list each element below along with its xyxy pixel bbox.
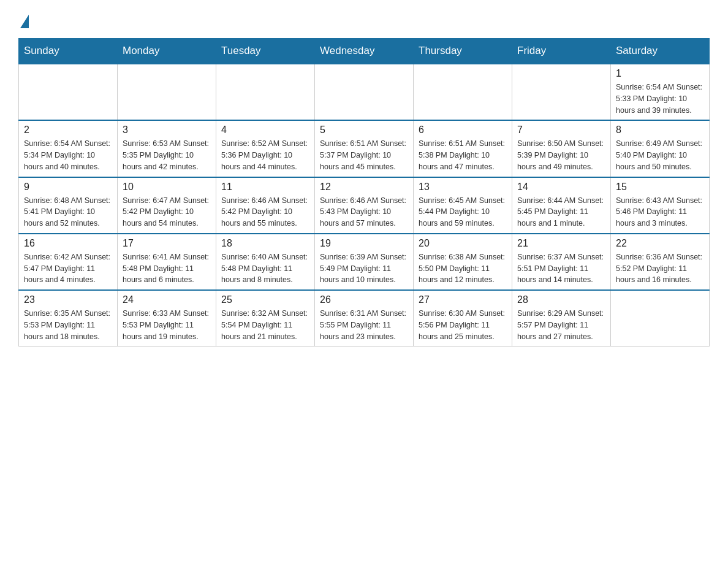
day-number: 21: [517, 238, 605, 249]
day-number: 7: [517, 124, 605, 136]
day-info: Sunrise: 6:43 AM Sunset: 5:46 PM Dayligh…: [616, 195, 704, 229]
day-cell: 13Sunrise: 6:45 AM Sunset: 5:44 PM Dayli…: [414, 177, 512, 234]
day-info: Sunrise: 6:29 AM Sunset: 5:57 PM Dayligh…: [517, 308, 605, 342]
day-info: Sunrise: 6:54 AM Sunset: 5:33 PM Dayligh…: [616, 82, 704, 116]
day-number: 27: [419, 294, 507, 305]
day-cell: 14Sunrise: 6:44 AM Sunset: 5:45 PM Dayli…: [512, 177, 611, 234]
calendar-body: 1Sunrise: 6:54 AM Sunset: 5:33 PM Daylig…: [19, 64, 710, 347]
day-number: 1: [616, 68, 704, 79]
day-cell: 16Sunrise: 6:42 AM Sunset: 5:47 PM Dayli…: [19, 234, 118, 290]
calendar-table: SundayMondayTuesdayWednesdayThursdayFrid…: [18, 38, 710, 347]
day-info: Sunrise: 6:48 AM Sunset: 5:41 PM Dayligh…: [24, 195, 112, 229]
day-info: Sunrise: 6:46 AM Sunset: 5:42 PM Dayligh…: [221, 195, 309, 229]
day-number: 10: [123, 182, 211, 193]
day-cell: 4Sunrise: 6:52 AM Sunset: 5:36 PM Daylig…: [216, 120, 315, 177]
day-info: Sunrise: 6:30 AM Sunset: 5:56 PM Dayligh…: [419, 308, 507, 342]
day-cell: 23Sunrise: 6:35 AM Sunset: 5:53 PM Dayli…: [19, 290, 118, 347]
day-cell: 11Sunrise: 6:46 AM Sunset: 5:42 PM Dayli…: [216, 177, 315, 234]
day-cell: 21Sunrise: 6:37 AM Sunset: 5:51 PM Dayli…: [512, 234, 611, 290]
day-cell: 17Sunrise: 6:41 AM Sunset: 5:48 PM Dayli…: [118, 234, 216, 290]
day-number: 9: [24, 182, 112, 193]
week-row-3: 9Sunrise: 6:48 AM Sunset: 5:41 PM Daylig…: [19, 177, 710, 234]
day-cell: 10Sunrise: 6:47 AM Sunset: 5:42 PM Dayli…: [118, 177, 216, 234]
day-cell: 27Sunrise: 6:30 AM Sunset: 5:56 PM Dayli…: [414, 290, 512, 347]
day-cell: [512, 64, 611, 120]
column-header-sunday: Sunday: [19, 39, 118, 64]
day-info: Sunrise: 6:31 AM Sunset: 5:55 PM Dayligh…: [320, 308, 408, 342]
day-number: 5: [320, 124, 408, 136]
day-cell: 9Sunrise: 6:48 AM Sunset: 5:41 PM Daylig…: [19, 177, 118, 234]
week-row-4: 16Sunrise: 6:42 AM Sunset: 5:47 PM Dayli…: [19, 234, 710, 290]
day-number: 18: [221, 238, 309, 249]
day-cell: 18Sunrise: 6:40 AM Sunset: 5:48 PM Dayli…: [216, 234, 315, 290]
day-cell: [315, 64, 414, 120]
day-number: 2: [24, 124, 112, 136]
day-cell: 6Sunrise: 6:51 AM Sunset: 5:38 PM Daylig…: [414, 120, 512, 177]
day-info: Sunrise: 6:41 AM Sunset: 5:48 PM Dayligh…: [123, 251, 211, 286]
day-info: Sunrise: 6:47 AM Sunset: 5:42 PM Dayligh…: [123, 195, 211, 229]
day-info: Sunrise: 6:45 AM Sunset: 5:44 PM Dayligh…: [419, 195, 507, 229]
logo-triangle-icon: [20, 15, 29, 28]
day-cell: 28Sunrise: 6:29 AM Sunset: 5:57 PM Dayli…: [512, 290, 611, 347]
calendar-header: SundayMondayTuesdayWednesdayThursdayFrid…: [19, 39, 710, 64]
day-number: 28: [517, 294, 605, 305]
day-number: 23: [24, 294, 112, 305]
day-number: 20: [419, 238, 507, 249]
week-row-2: 2Sunrise: 6:54 AM Sunset: 5:34 PM Daylig…: [19, 120, 710, 177]
day-number: 24: [123, 294, 211, 305]
day-number: 8: [616, 124, 704, 136]
day-info: Sunrise: 6:40 AM Sunset: 5:48 PM Dayligh…: [221, 251, 309, 286]
day-info: Sunrise: 6:32 AM Sunset: 5:54 PM Dayligh…: [221, 308, 309, 342]
day-info: Sunrise: 6:51 AM Sunset: 5:37 PM Dayligh…: [320, 138, 408, 172]
day-info: Sunrise: 6:46 AM Sunset: 5:43 PM Dayligh…: [320, 195, 408, 229]
day-cell: [611, 290, 710, 347]
day-cell: [414, 64, 512, 120]
day-cell: 1Sunrise: 6:54 AM Sunset: 5:33 PM Daylig…: [611, 64, 710, 120]
day-info: Sunrise: 6:44 AM Sunset: 5:45 PM Dayligh…: [517, 195, 605, 229]
day-info: Sunrise: 6:50 AM Sunset: 5:39 PM Dayligh…: [517, 138, 605, 172]
logo: [18, 12, 29, 27]
column-header-tuesday: Tuesday: [216, 39, 315, 64]
page-header: [18, 12, 710, 27]
day-cell: 8Sunrise: 6:49 AM Sunset: 5:40 PM Daylig…: [611, 120, 710, 177]
day-info: Sunrise: 6:33 AM Sunset: 5:53 PM Dayligh…: [123, 308, 211, 342]
day-info: Sunrise: 6:53 AM Sunset: 5:35 PM Dayligh…: [123, 138, 211, 172]
day-info: Sunrise: 6:39 AM Sunset: 5:49 PM Dayligh…: [320, 251, 408, 286]
day-number: 25: [221, 294, 309, 305]
day-cell: 22Sunrise: 6:36 AM Sunset: 5:52 PM Dayli…: [611, 234, 710, 290]
day-number: 4: [221, 124, 309, 136]
day-info: Sunrise: 6:52 AM Sunset: 5:36 PM Dayligh…: [221, 138, 309, 172]
column-header-wednesday: Wednesday: [315, 39, 414, 64]
day-number: 6: [419, 124, 507, 136]
day-cell: [216, 64, 315, 120]
day-cell: 25Sunrise: 6:32 AM Sunset: 5:54 PM Dayli…: [216, 290, 315, 347]
day-number: 14: [517, 182, 605, 193]
day-info: Sunrise: 6:49 AM Sunset: 5:40 PM Dayligh…: [616, 138, 704, 172]
day-number: 15: [616, 182, 704, 193]
day-number: 3: [123, 124, 211, 136]
week-row-1: 1Sunrise: 6:54 AM Sunset: 5:33 PM Daylig…: [19, 64, 710, 120]
day-cell: 3Sunrise: 6:53 AM Sunset: 5:35 PM Daylig…: [118, 120, 216, 177]
day-number: 26: [320, 294, 408, 305]
day-info: Sunrise: 6:35 AM Sunset: 5:53 PM Dayligh…: [24, 308, 112, 342]
day-cell: 15Sunrise: 6:43 AM Sunset: 5:46 PM Dayli…: [611, 177, 710, 234]
day-info: Sunrise: 6:54 AM Sunset: 5:34 PM Dayligh…: [24, 138, 112, 172]
column-header-friday: Friday: [512, 39, 611, 64]
day-number: 13: [419, 182, 507, 193]
day-cell: [19, 64, 118, 120]
day-cell: 7Sunrise: 6:50 AM Sunset: 5:39 PM Daylig…: [512, 120, 611, 177]
day-number: 17: [123, 238, 211, 249]
day-info: Sunrise: 6:51 AM Sunset: 5:38 PM Dayligh…: [419, 138, 507, 172]
column-header-thursday: Thursday: [414, 39, 512, 64]
day-number: 12: [320, 182, 408, 193]
week-row-5: 23Sunrise: 6:35 AM Sunset: 5:53 PM Dayli…: [19, 290, 710, 347]
column-header-saturday: Saturday: [611, 39, 710, 64]
day-info: Sunrise: 6:42 AM Sunset: 5:47 PM Dayligh…: [24, 251, 112, 286]
day-number: 16: [24, 238, 112, 249]
day-cell: 19Sunrise: 6:39 AM Sunset: 5:49 PM Dayli…: [315, 234, 414, 290]
day-cell: 20Sunrise: 6:38 AM Sunset: 5:50 PM Dayli…: [414, 234, 512, 290]
day-cell: 5Sunrise: 6:51 AM Sunset: 5:37 PM Daylig…: [315, 120, 414, 177]
day-info: Sunrise: 6:38 AM Sunset: 5:50 PM Dayligh…: [419, 251, 507, 286]
day-cell: 24Sunrise: 6:33 AM Sunset: 5:53 PM Dayli…: [118, 290, 216, 347]
day-number: 19: [320, 238, 408, 249]
